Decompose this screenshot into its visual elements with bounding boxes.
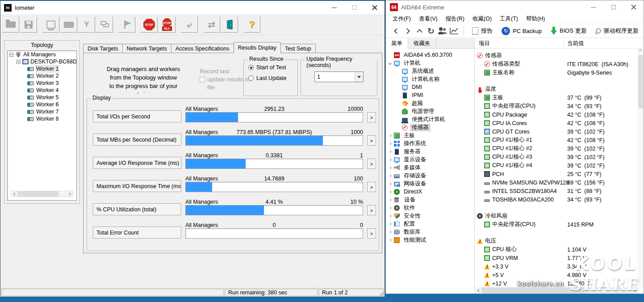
- tree-item[interactable]: 操作系统: [386, 139, 474, 147]
- sidebar-tab[interactable]: 收藏夹: [408, 38, 436, 48]
- metric-button[interactable]: % CPU Utilization (total): [93, 203, 181, 215]
- scroll-left-icon[interactable]: [475, 287, 481, 294]
- sensor-vertical-scrollbar[interactable]: [638, 49, 644, 287]
- sensor-item-row[interactable]: CPU #1/核心 #339 °C (102 °F): [475, 153, 644, 161]
- chevron-right-icon[interactable]: [386, 207, 394, 209]
- tree-node-worker[interactable]: Worker 3: [8, 80, 76, 87]
- tree-item[interactable]: 网络设备: [386, 180, 474, 188]
- tree-item[interactable]: 设备: [386, 196, 474, 204]
- chevron-right-icon[interactable]: [386, 183, 394, 185]
- pc-backup-button[interactable]: PC Backup: [497, 25, 546, 37]
- sensor-item-row[interactable]: 主板名称Gigabyte 9-Series: [475, 68, 644, 77]
- tree-node-all-managers[interactable]: All Managers: [8, 51, 76, 58]
- tree-node-worker[interactable]: Worker 7: [8, 108, 76, 115]
- menu-item[interactable]: 文件(F): [389, 14, 415, 24]
- tree-item[interactable]: DMI: [394, 83, 474, 91]
- tree-item[interactable]: 数据库: [386, 228, 474, 236]
- back-button[interactable]: [390, 25, 402, 36]
- update-frequency-select[interactable]: 1: [314, 71, 364, 82]
- expand-results-button[interactable]: >: [367, 228, 376, 239]
- chevron-right-icon[interactable]: [386, 151, 394, 153]
- sensor-item-row[interactable]: CPU GT Cores39 °C (102 °F): [475, 127, 644, 136]
- expand-results-button[interactable]: >: [367, 159, 376, 169]
- scroll-left-icon[interactable]: [11, 191, 17, 197]
- tree-item[interactable]: 传感器: [394, 123, 474, 131]
- scrollbar-thumb[interactable]: [17, 191, 59, 197]
- dropdown-button[interactable]: [355, 72, 363, 82]
- tree-item[interactable]: 系统概述: [394, 67, 474, 75]
- aida64-close-button[interactable]: [623, 0, 644, 14]
- chevron-right-icon[interactable]: [386, 215, 394, 217]
- tree-item[interactable]: 便携式计算机: [394, 115, 474, 123]
- aida64-maximize-button[interactable]: [603, 0, 623, 14]
- collapse-icon[interactable]: [17, 60, 21, 64]
- open-test-file-button[interactable]: [2, 17, 19, 33]
- metric-button[interactable]: Total I/Os per Second: [93, 110, 181, 122]
- radio-icon[interactable]: [248, 65, 254, 70]
- metric-button[interactable]: Total Error Count: [93, 226, 181, 239]
- tab-disk-targets[interactable]: Disk Targets: [83, 44, 123, 53]
- tree-node-worker[interactable]: Worker 4: [8, 87, 76, 94]
- scrollbar-thumb[interactable]: [481, 287, 584, 294]
- stop-all-tests-button[interactable]: STOPALL: [159, 17, 176, 33]
- tree-item[interactable]: 多媒体: [386, 164, 474, 172]
- up-button[interactable]: [414, 25, 425, 36]
- exchange-workers-button[interactable]: [203, 17, 220, 33]
- sensor-item-row[interactable]: 主板37 °C (99 °F): [475, 93, 644, 102]
- sensor-item-row[interactable]: NVMe SAMSUNG MZVPW12869 °C (156 °F): [475, 178, 644, 187]
- sensor-item-row[interactable]: 传感器类型ITE IT8620E (ISA A30h): [475, 60, 644, 68]
- tree-item[interactable]: 配置: [386, 220, 474, 228]
- iometer-close-button[interactable]: [364, 1, 385, 14]
- tree-item[interactable]: DirectX: [386, 188, 474, 196]
- chevron-right-icon[interactable]: [386, 167, 394, 169]
- sidebar-tab[interactable]: 菜单: [386, 38, 408, 49]
- sensor-item-row[interactable]: CPU IA Cores42 °C (108 °F): [475, 119, 644, 127]
- scroll-right-icon[interactable]: [67, 191, 73, 197]
- tree-item[interactable]: 软件: [386, 204, 474, 212]
- sensor-item-row[interactable]: 中央处理器(CPU)1415 RPM: [475, 220, 644, 229]
- bios-update-button[interactable]: BIOS 更新: [546, 25, 591, 37]
- tree-node-manager[interactable]: DESKTOP-BC68D: [8, 58, 76, 65]
- chevron-right-icon[interactable]: [386, 159, 394, 161]
- sensor-item-row[interactable]: CPU #1/核心 #439 °C (102 °F): [475, 161, 644, 170]
- tree-item[interactable]: 主板: [386, 131, 474, 139]
- sensor-group-row[interactable]: 电压: [475, 237, 644, 245]
- tree-item[interactable]: 服务器: [386, 147, 474, 155]
- chevron-right-icon[interactable]: [386, 175, 394, 177]
- chevron-down-icon[interactable]: [386, 62, 394, 64]
- tab-results-display[interactable]: Results Display: [234, 42, 281, 53]
- tree-item[interactable]: 存储设备: [386, 172, 474, 180]
- report-button[interactable]: 报告: [468, 25, 497, 37]
- duplicate-worker-button[interactable]: [96, 17, 113, 33]
- chevron-right-icon[interactable]: [386, 231, 394, 233]
- tree-item[interactable]: 超频: [394, 99, 474, 107]
- new-network-worker-button[interactable]: [78, 17, 95, 33]
- save-test-file-button[interactable]: [20, 17, 37, 33]
- tree-node-worker[interactable]: Worker 2: [8, 72, 76, 80]
- tree-item[interactable]: IPMI: [394, 91, 474, 99]
- tab-access-specifications[interactable]: Access Specifications: [171, 44, 234, 53]
- scrollbar-thumb[interactable]: [638, 55, 643, 109]
- expand-results-button[interactable]: >: [367, 182, 376, 192]
- driver-update-button[interactable]: 驱动程序更新: [591, 25, 643, 37]
- radio-icon[interactable]: [248, 76, 254, 81]
- iometer-minimize-button[interactable]: [324, 1, 344, 14]
- iometer-maximize-button[interactable]: [344, 1, 364, 14]
- tree-item[interactable]: 安全性: [386, 212, 474, 220]
- chevron-right-icon[interactable]: [386, 134, 394, 137]
- tab-network-targets[interactable]: Network Targets: [122, 44, 171, 53]
- metric-button[interactable]: Average I/O Response Time (ms): [93, 157, 181, 169]
- tree-item[interactable]: 64AIDA64 v5.60.3700: [386, 51, 474, 59]
- tree-item[interactable]: 计算机: [386, 59, 474, 67]
- help-button[interactable]: ?: [243, 17, 260, 33]
- chevron-right-icon[interactable]: [386, 191, 394, 193]
- sensor-item-row[interactable]: CPU #1/核心 #142 °C (108 °F): [475, 136, 644, 144]
- stop-test-button[interactable]: STOP: [141, 17, 158, 33]
- record-results-checkbox[interactable]: [200, 77, 205, 82]
- chevron-right-icon[interactable]: [386, 143, 394, 145]
- tree-node-worker[interactable]: Worker 6: [8, 101, 76, 108]
- chevron-right-icon[interactable]: [386, 239, 394, 241]
- resize-grip[interactable]: [378, 290, 384, 296]
- tree-node-worker[interactable]: Worker 8: [8, 115, 76, 122]
- sensor-group-row[interactable]: 传感器: [475, 51, 644, 60]
